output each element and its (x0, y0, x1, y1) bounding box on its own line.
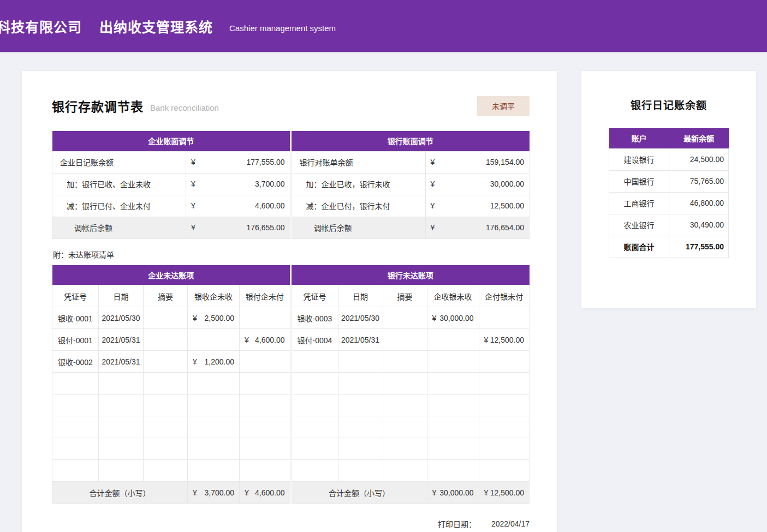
amount-value: 3,700.00 (255, 180, 285, 188)
cell-voucher: 银付-0001 (52, 329, 99, 351)
currency-symbol: ¥ (191, 180, 195, 188)
currency-symbol: ¥ (191, 201, 195, 210)
empty-cell (188, 416, 240, 438)
empty-row (292, 394, 530, 416)
column-header: 日期 (338, 285, 383, 307)
table-row: 银付-0001 2021/05/31 ¥4,600.00 (52, 329, 290, 351)
empty-cell (427, 438, 479, 460)
currency-symbol: ¥ (484, 488, 489, 497)
empty-row (52, 460, 290, 482)
empty-row (52, 373, 290, 394)
enterprise-book-header: 企业账面调节 (52, 131, 290, 151)
page: { "topbar": { "company": "科技有限公司", "titl… (0, 0, 767, 532)
empty-cell (427, 460, 479, 482)
row-amount-cell: ¥ 159,154.00 (425, 151, 530, 173)
empty-cell (188, 438, 240, 460)
row-label: 加：银行已收、企业未收 (52, 173, 186, 195)
row-amount-cell: ¥ 3,700.00 (186, 173, 290, 195)
currency-symbol: ¥ (191, 223, 195, 232)
bank-journal-balance-card: 银行日记账余额 账户 最新余额 建设银行 24,500.00 中国银行 75,7… (581, 71, 756, 308)
print-date-value: 2022/04/17 (491, 519, 530, 528)
empty-cell (338, 460, 383, 482)
row-amount-cell: ¥ 176,654.00 (425, 217, 530, 238)
empty-row (292, 416, 530, 438)
cell-amount-out (479, 307, 530, 329)
system-subtitle: Cashier management system (229, 23, 336, 33)
page-title: 银行存款调节表 (52, 97, 144, 115)
empty-cell (479, 373, 530, 394)
currency-symbol: ¥ (245, 488, 249, 497)
empty-cell (240, 394, 290, 416)
column-header-row: 凭证号 日期 摘要 企收银未收 企付银未付 (292, 285, 530, 307)
currency-symbol: ¥ (193, 314, 197, 322)
empty-row (292, 438, 530, 460)
column-header: 企收银未收 (427, 285, 479, 307)
empty-cell (188, 373, 240, 394)
enterprise-outstanding-header: 企业未达账项 (52, 265, 290, 285)
empty-cell (427, 351, 479, 373)
bank-outstanding-header: 银行未达账项 (292, 265, 530, 285)
row-label: 调帐后余额 (292, 217, 425, 238)
bank-outstanding-table: 银行未达账项 凭证号 日期 摘要 企收银未收 企付银未付 银收-0003 202… (292, 265, 530, 504)
amount-value: 2,500.00 (205, 314, 235, 322)
cell-amount-out: ¥12,500.00 (479, 329, 530, 351)
cell-amount-out (240, 307, 290, 329)
company-name: 科技有限公司 (0, 16, 82, 36)
amount-value: 1,200.00 (205, 357, 235, 366)
cell-summary (383, 307, 427, 329)
table-row: 农业银行 30,490.00 (609, 214, 729, 236)
table-row: 工商银行 46,800.00 (609, 192, 729, 214)
print-date-label: 打印日期： (438, 518, 476, 529)
cell-voucher: 银付-0004 (292, 329, 338, 351)
cell-amount-in: ¥2,500.00 (188, 307, 240, 329)
empty-cell (383, 351, 427, 373)
empty-cell (292, 373, 338, 394)
outstanding-items-tables: 企业未达账项 凭证号 日期 摘要 银收企未收 银付企未付 银收-0001 202… (52, 265, 530, 504)
cell-balance: 46,800.00 (669, 192, 729, 214)
empty-cell (52, 438, 99, 460)
content-area: 银行存款调节表 Bank reconciliation 未调平 企业账面调节 企… (22, 71, 756, 532)
row-label: 加：企业已收，银行未收 (292, 173, 425, 195)
empty-cell (338, 438, 383, 460)
empty-cell (292, 351, 338, 373)
cell-amount-in: ¥1,200.00 (188, 351, 240, 373)
empty-cell (292, 460, 338, 482)
column-header-account: 账户 (609, 128, 669, 148)
cell-balance: 75,765.00 (669, 170, 729, 192)
cell-account: 建设银行 (609, 148, 669, 170)
cell-summary (144, 329, 188, 351)
table-row: 加：银行已收、企业未收 ¥ 3,700.00 (52, 173, 290, 195)
empty-cell (292, 394, 338, 416)
cell-account: 农业银行 (609, 214, 669, 236)
currency-symbol: ¥ (431, 223, 435, 232)
top-banner: 科技有限公司 出纳收支管理系统 Cashier management syste… (0, 0, 767, 52)
empty-cell (240, 416, 290, 438)
amount-value: 12,500.00 (490, 336, 524, 344)
empty-cell (99, 394, 144, 416)
empty-cell (188, 460, 240, 482)
system-title: 出纳收支管理系统 (99, 16, 213, 36)
total-amount-out: ¥12,500.00 (479, 482, 530, 504)
empty-row (292, 460, 530, 482)
outstanding-items-note: 附：未达账项清单 (53, 249, 530, 260)
table-row: 减：企业已付，银行未付 ¥ 12,500.00 (292, 195, 530, 217)
table-row: 银收-0002 2021/05/31 ¥1,200.00 (52, 351, 290, 373)
currency-symbol: ¥ (193, 488, 197, 497)
cell-date: 2021/05/31 (99, 329, 144, 351)
total-amount-in: ¥30,000.00 (427, 482, 479, 504)
cell-balance: 30,490.00 (669, 214, 729, 236)
empty-cell (338, 373, 383, 394)
table-row: 加：企业已收，银行未收 ¥ 30,000.00 (292, 173, 530, 195)
total-row: 账面合计 177,555.00 (609, 236, 729, 258)
cell-voucher: 银收-0001 (52, 307, 99, 329)
row-label: 银行对账单余额 (292, 151, 425, 173)
currency-symbol: ¥ (484, 336, 489, 344)
empty-cell (338, 416, 383, 438)
cell-balance: 24,500.00 (669, 148, 729, 170)
table-row: 中国银行 75,765.00 (609, 170, 729, 192)
total-row: 合计金额（小写） ¥3,700.00 ¥4,600.00 (52, 482, 290, 504)
empty-cell (383, 373, 427, 394)
column-header: 凭证号 (292, 285, 338, 307)
page-subtitle: Bank reconciliation (150, 103, 219, 112)
empty-cell (144, 373, 188, 394)
